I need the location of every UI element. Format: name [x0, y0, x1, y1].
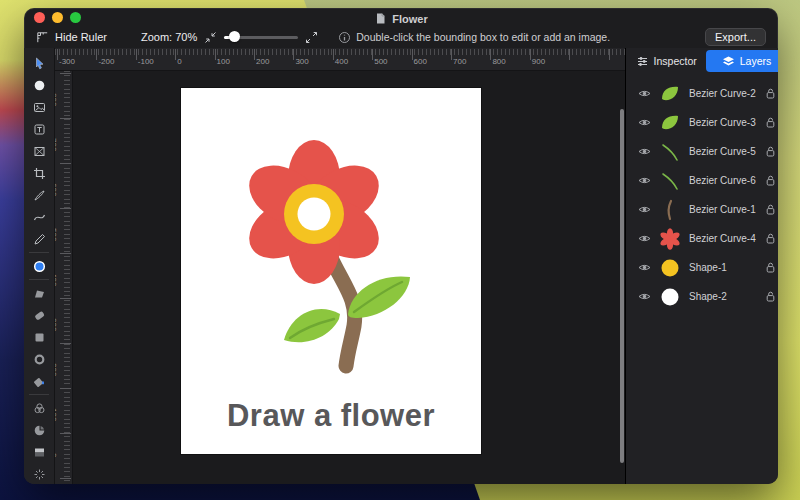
- curve-tool-icon[interactable]: [28, 206, 50, 228]
- layer-row[interactable]: Bezier Curve-5: [626, 137, 778, 166]
- lock-icon[interactable]: [764, 174, 777, 187]
- zoom-in-icon[interactable]: [305, 31, 318, 44]
- tools-strip: [24, 48, 55, 484]
- ring-tool-icon[interactable]: [28, 348, 50, 370]
- ruler-label: 300: [295, 57, 308, 66]
- close-button[interactable]: [34, 12, 45, 23]
- eye-icon[interactable]: [638, 203, 651, 216]
- layer-row[interactable]: Bezier Curve-1: [626, 195, 778, 224]
- lock-icon[interactable]: [764, 290, 777, 303]
- layer-row[interactable]: Bezier Curve-4: [626, 224, 778, 253]
- zoom-out-icon[interactable]: [204, 31, 217, 44]
- horizontal-ruler: -300-200-1000100200300400500600700800900: [55, 48, 625, 71]
- pencil-tool-icon[interactable]: [28, 228, 50, 250]
- vertical-scrollbar[interactable]: [620, 109, 624, 463]
- traffic-lights: [34, 12, 81, 23]
- info-icon: [338, 31, 351, 44]
- tab-inspector[interactable]: Inspector: [626, 50, 706, 72]
- lock-icon[interactable]: [764, 116, 777, 129]
- text-tool-icon[interactable]: [28, 118, 50, 140]
- document-icon: [374, 12, 387, 25]
- layer-row[interactable]: Shape-2: [626, 282, 778, 311]
- ruler-label: 400: [335, 57, 348, 66]
- shape-tool-icon[interactable]: [28, 282, 50, 304]
- artboard-caption: Draw a flower: [181, 398, 481, 434]
- lock-icon[interactable]: [764, 203, 777, 216]
- layer-thumbnail: [659, 112, 681, 134]
- fill-tool-icon[interactable]: [28, 370, 50, 392]
- rect-tool-icon[interactable]: [28, 326, 50, 348]
- layer-row[interactable]: Bezier Curve-3: [626, 108, 778, 137]
- zoom-label: Zoom: 70%: [141, 31, 197, 43]
- ruler-label: 300: [55, 318, 58, 331]
- circle-tool-icon[interactable]: [28, 74, 50, 96]
- layers-list: Bezier Curve-2Bezier Curve-3Bezier Curve…: [626, 72, 778, 484]
- crop-tool-icon[interactable]: [28, 162, 50, 184]
- eye-icon[interactable]: [638, 87, 651, 100]
- info-message: Double-click the bounding box to edit or…: [338, 31, 610, 44]
- eye-icon[interactable]: [638, 116, 651, 129]
- effects-tool-icon[interactable]: [28, 463, 50, 484]
- layers-icon: [722, 55, 735, 68]
- panel-tabs: Inspector Layers: [626, 50, 778, 72]
- tab-layers[interactable]: Layers: [706, 50, 778, 72]
- window-title-group: Flower: [374, 12, 427, 25]
- lock-icon[interactable]: [764, 261, 777, 274]
- sliders-icon: [636, 55, 649, 68]
- window-title: Flower: [392, 13, 427, 25]
- eye-icon[interactable]: [638, 145, 651, 158]
- eraser-tool-icon[interactable]: [28, 304, 50, 326]
- canvas[interactable]: Draw a flower: [73, 71, 625, 484]
- layer-row[interactable]: Bezier Curve-2: [626, 79, 778, 108]
- placeholder-tool-icon[interactable]: [28, 140, 50, 162]
- tab-layers-label: Layers: [740, 55, 772, 67]
- fullscreen-button[interactable]: [70, 12, 81, 23]
- tab-inspector-label: Inspector: [654, 55, 697, 67]
- slider-knob[interactable]: [229, 31, 240, 42]
- hide-ruler-button[interactable]: Hide Ruler: [36, 31, 107, 44]
- ruler-label: 100: [217, 57, 230, 66]
- gradient-tool-icon[interactable]: [28, 441, 50, 463]
- ruler-label: 400: [55, 273, 58, 286]
- blend-tool-icon[interactable]: [28, 397, 50, 419]
- color-swatch-icon[interactable]: [28, 255, 50, 277]
- flower-inner-shape: [298, 198, 331, 231]
- tools-divider: [29, 252, 49, 253]
- export-button[interactable]: Export...: [705, 28, 766, 46]
- layer-thumbnail: [659, 257, 681, 279]
- layer-name: Shape-1: [689, 262, 756, 273]
- ruler-label: 100: [55, 408, 58, 421]
- layer-name: Bezier Curve-2: [689, 88, 756, 99]
- layer-row[interactable]: Bezier Curve-6: [626, 166, 778, 195]
- eye-icon[interactable]: [638, 174, 651, 187]
- ruler-label: 600: [414, 57, 427, 66]
- artboard[interactable]: Draw a flower: [181, 88, 481, 454]
- minimize-button[interactable]: [52, 12, 63, 23]
- layer-row[interactable]: Shape-1: [626, 253, 778, 282]
- canvas-region: -300-200-1000100200300400500600700800900…: [55, 48, 625, 484]
- lock-icon[interactable]: [764, 145, 777, 158]
- zoom-slider[interactable]: [224, 31, 298, 43]
- ruler-label: -200: [98, 57, 114, 66]
- lock-icon[interactable]: [764, 232, 777, 245]
- select-tool-icon[interactable]: [28, 52, 50, 74]
- flower-graphic: [181, 88, 481, 398]
- titlebar: Flower: [24, 8, 778, 26]
- ruler-label: 200: [256, 57, 269, 66]
- ruler-label: 900: [532, 57, 545, 66]
- ruler-icon: [36, 31, 49, 44]
- layer-name: Bezier Curve-5: [689, 146, 756, 157]
- eye-icon[interactable]: [638, 232, 651, 245]
- layer-name: Shape-2: [689, 291, 756, 302]
- info-text: Double-click the bounding box to edit or…: [356, 31, 610, 43]
- layer-name: Bezier Curve-1: [689, 204, 756, 215]
- image-tool-icon[interactable]: [28, 96, 50, 118]
- lock-icon[interactable]: [764, 87, 777, 100]
- pie-tool-icon[interactable]: [28, 419, 50, 441]
- ruler-label: 700: [453, 57, 466, 66]
- eye-icon[interactable]: [638, 290, 651, 303]
- pen-tool-icon[interactable]: [28, 184, 50, 206]
- layer-name: Bezier Curve-3: [689, 117, 756, 128]
- ruler-label: -300: [59, 57, 75, 66]
- eye-icon[interactable]: [638, 261, 651, 274]
